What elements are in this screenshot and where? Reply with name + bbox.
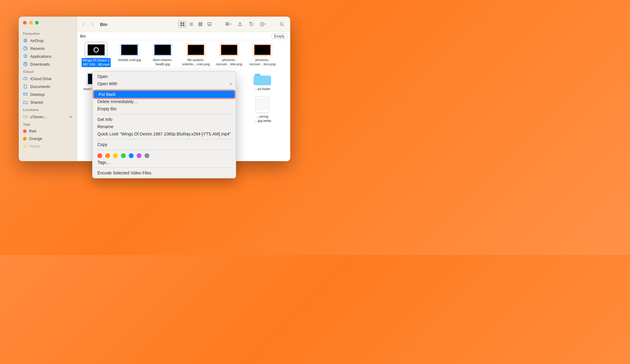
file-item[interactable]: …ed folder [246,73,279,91]
ctx-tags[interactable]: Tags… [93,159,236,166]
tag-color-blue[interactable] [129,153,134,158]
sidebar-item-label: Desktop [30,92,45,97]
sidebar-item-label: Downloads [30,62,50,67]
sidebar-item-icloud-drive[interactable]: iCloud Drive [19,75,77,83]
file-label: photorec-recover…tion.png [249,58,276,67]
view-gallery-button[interactable] [205,20,214,28]
ctx-empty-bin[interactable]: Empty Bin [93,105,236,112]
svg-rect-18 [226,22,227,24]
ctx-encode[interactable]: Encode Selected Video Files [93,169,236,177]
file-thumbnail [219,44,239,56]
empty-bin-button[interactable]: Empty [271,34,287,39]
tags-button[interactable] [247,20,256,28]
file-thumbnail [86,44,106,56]
svg-rect-16 [209,25,210,26]
file-thumbnail [253,44,272,56]
close-window-button[interactable] [23,21,27,24]
tag-dot-icon [23,137,27,141]
nav-back-button[interactable] [81,22,86,26]
downloads-icon [23,62,28,67]
sidebar-item-utorrent[interactable]: uTorren… [19,113,77,121]
file-item[interactable]: dism-restore-health.jpg [146,44,179,67]
file-item[interactable]: Wings.Of.Desire.1987.108…M].mp4 [80,44,113,67]
svg-rect-19 [227,22,229,24]
sidebar-item-label: Recents [30,46,45,51]
eject-icon[interactable] [69,115,73,119]
svg-rect-11 [199,23,200,26]
share-button[interactable] [236,20,244,28]
more-actions-button[interactable] [259,20,267,28]
ctx-copy[interactable]: Copy [93,141,236,148]
nav-forward-button[interactable] [90,22,95,26]
file-item[interactable]: file-system-selectio…cree.png [179,44,213,67]
sidebar-item-desktop[interactable]: Desktop [19,90,77,98]
file-thumbnail [256,96,269,113]
file-label: dism-restore-health.jpg [153,58,173,67]
tag-color-orange[interactable] [105,153,110,158]
toolbar: Bin [77,17,290,32]
window-title: Bin [100,22,107,27]
ctx-delete-immediately[interactable]: Delete Immediately… [93,98,236,105]
sidebar-item-downloads[interactable]: Downloads [19,60,77,68]
shared-folder-icon [23,100,28,105]
search-button[interactable] [278,20,286,28]
sidebar-tag-yellow[interactable]: Yellow [19,142,77,150]
file-label: Wings.Of.Desire.1987.108…M].mp4 [82,58,110,67]
view-switcher [178,20,214,28]
file-thumbnail [120,44,139,56]
sidebar-item-documents[interactable]: Documents [19,83,77,90]
sidebar-item-label: AirDrop [30,38,44,43]
svg-rect-8 [183,22,184,24]
sidebar-item-label: iCloud Drive [30,76,52,81]
tag-color-gray[interactable] [145,153,149,158]
sidebar-item-label: uTorren… [30,115,47,119]
minimize-window-button[interactable] [29,21,33,24]
path-bar: Bin Empty [77,32,290,41]
sidebar-tag-orange[interactable]: Orange [19,135,77,142]
view-icons-button[interactable] [178,20,187,28]
sidebar-tag-red[interactable]: Red [19,127,77,135]
sidebar-item-applications[interactable]: Applications [19,52,77,60]
sidebar-item-label: Documents [30,84,50,89]
file-item[interactable]: photorec-recover…lete.png [213,44,246,67]
sidebar: Favourites AirDrop Recents Applications … [19,17,77,161]
svg-point-24 [261,24,262,24]
file-item[interactable]: chkdsk-cmd.jpg [113,44,146,67]
ctx-separator [96,89,232,89]
file-item[interactable]: …vering-….jpg.webp [246,96,279,123]
sidebar-item-shared[interactable]: Shared [19,98,77,106]
tag-color-yellow[interactable] [113,153,118,158]
path-location: Bin [80,34,86,38]
file-label: …ed folder [254,87,271,91]
ctx-open-with[interactable]: Open With [93,80,236,87]
fullscreen-window-button[interactable] [35,21,39,24]
group-by-button[interactable] [224,20,233,28]
file-item[interactable]: photorec-recover…tion.png [246,44,279,67]
sidebar-heading-favourites: Favourites [19,30,77,37]
ctx-rename[interactable]: Rename [93,123,236,130]
svg-point-26 [263,24,263,24]
cloud-icon [23,76,28,81]
tag-color-red[interactable] [97,153,102,158]
sidebar-item-airdrop[interactable]: AirDrop [19,37,77,44]
sidebar-item-label: Yellow [29,144,40,148]
svg-rect-15 [208,25,209,26]
ctx-open[interactable]: Open [93,73,236,80]
sidebar-item-recents[interactable]: Recents [19,44,77,52]
ctx-put-back[interactable]: Put Back [94,91,235,98]
svg-rect-13 [201,23,203,26]
view-list-button[interactable] [187,20,196,28]
svg-rect-21 [227,24,229,25]
view-columns-button[interactable] [196,20,205,28]
sidebar-item-label: Orange [29,136,42,141]
svg-rect-6 [24,116,27,118]
tag-color-green[interactable] [121,153,126,158]
ctx-quick-look[interactable]: Quick Look "Wings.Of.Desire.1987.1080p.B… [93,130,236,138]
sidebar-heading-icloud: iCloud [19,68,77,75]
file-label: photorec-recover…lete.png [216,58,242,67]
sidebar-item-label: Shared [30,100,43,105]
tag-color-purple[interactable] [137,153,141,158]
ctx-get-info[interactable]: Get Info [93,116,236,123]
svg-rect-12 [200,23,201,26]
applications-icon [23,54,28,59]
